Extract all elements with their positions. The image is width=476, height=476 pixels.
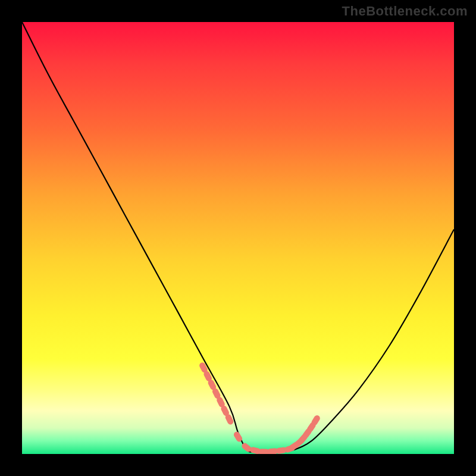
- chart-frame: TheBottleneck.com: [0, 0, 476, 476]
- watermark-text: TheBottleneck.com: [342, 4, 468, 19]
- plot-area: [22, 22, 454, 454]
- bottleneck-curve: [22, 22, 454, 453]
- highlight-markers: [198, 362, 321, 454]
- curve-svg: [22, 22, 454, 454]
